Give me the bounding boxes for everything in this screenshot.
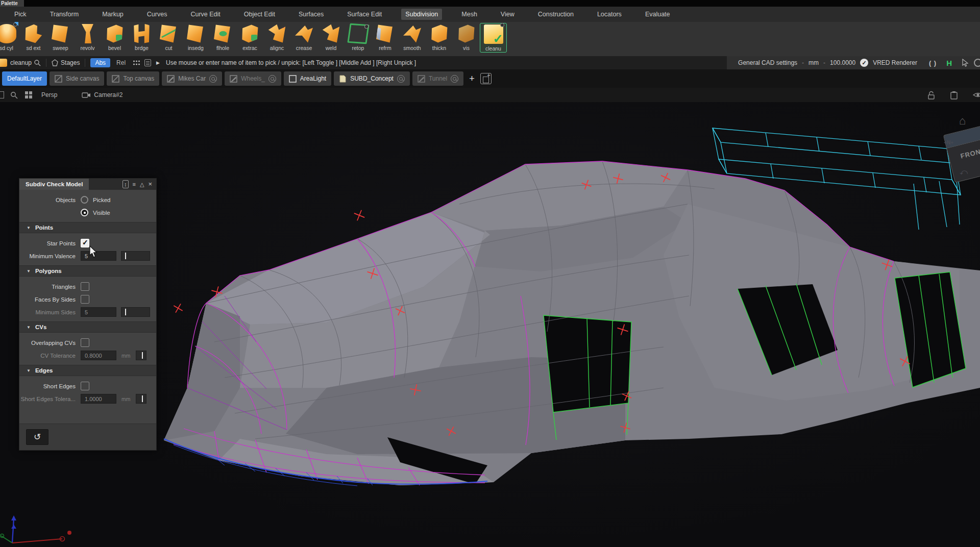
tool-bevel[interactable]: bevel (101, 24, 128, 51)
menu-surfaces[interactable]: Surfaces (295, 9, 328, 20)
short-edges-tolerance-slider[interactable] (136, 394, 146, 404)
tool-refrm[interactable]: refrm (372, 24, 399, 51)
pin-icon[interactable]: ↕ (122, 180, 129, 188)
compass-north-marker[interactable]: +N+ (944, 140, 953, 145)
tool-smooth[interactable]: smooth (399, 24, 426, 51)
visible-label[interactable]: Visible (93, 210, 110, 216)
tab-zoom-icon[interactable] (268, 75, 276, 83)
tab-zoom-icon[interactable] (209, 75, 217, 83)
sync-icon[interactable]: ( ) (929, 59, 937, 67)
tab-defaultlayer[interactable]: DefaultLayer (2, 71, 47, 86)
tab-side-canvas[interactable]: Side canvas (50, 71, 104, 86)
viewport-search-icon[interactable] (10, 91, 18, 99)
edges-section-header[interactable]: ▼ Edges (19, 365, 156, 376)
cursor-mode-icon[interactable] (962, 59, 969, 67)
perspective-label[interactable]: Persp (41, 91, 57, 98)
tool-vis[interactable]: vis (453, 24, 480, 51)
prompt-expand-icon[interactable]: ▶ (156, 60, 160, 65)
reset-button[interactable]: ↺ (26, 429, 48, 445)
picked-radio[interactable] (81, 196, 88, 204)
tab-zoom-icon[interactable] (451, 75, 458, 83)
visible-radio[interactable] (81, 209, 88, 216)
cv-tolerance-slider[interactable] (136, 351, 146, 360)
palette-tab[interactable]: Palette (0, 0, 24, 7)
grid-snap-icon[interactable] (133, 60, 140, 66)
menu-surface-edit[interactable]: Surface Edit (343, 9, 386, 20)
tool-cleanu[interactable]: cleanu (480, 23, 507, 53)
short-edges-tolerance-input[interactable] (81, 394, 116, 404)
menu-markup[interactable]: Markup (98, 9, 128, 20)
eye-icon[interactable] (973, 91, 980, 98)
tab-subd-concept[interactable]: SUBD_Concept (334, 71, 410, 86)
menu-locators[interactable]: Locators (593, 9, 626, 20)
cvs-section-header[interactable]: ▼ CVs (19, 321, 156, 333)
tool-sd-cyl[interactable]: sd cyl (0, 24, 20, 51)
menu-view[interactable]: View (497, 9, 519, 20)
cv-tolerance-input[interactable] (81, 351, 116, 360)
polygons-section-header[interactable]: ▼ Polygons (19, 265, 156, 277)
menu-transform[interactable]: Transform (46, 9, 83, 20)
tool-revolv[interactable]: revolv (74, 24, 101, 51)
tab-zoom-icon[interactable] (397, 75, 405, 83)
add-tab-button[interactable]: + (466, 73, 478, 84)
search-icon[interactable] (34, 59, 41, 66)
rel-toggle[interactable]: Rel (113, 58, 129, 67)
menu-curve-edit[interactable]: Curve Edit (186, 9, 224, 20)
points-section-header[interactable]: ▼ Points (19, 222, 156, 233)
menu-subdivision[interactable]: Subdivision (401, 9, 442, 20)
tab-tunnel[interactable]: Tunnel (412, 71, 463, 86)
tool-retop[interactable]: retop (345, 24, 372, 51)
tool-extrac[interactable]: extrac (236, 24, 263, 51)
triangles-checkbox[interactable] (81, 282, 89, 291)
tool-sweep[interactable]: sweep (47, 24, 74, 51)
clipboard-icon[interactable] (950, 91, 958, 100)
tool-alignc[interactable]: alignc (263, 24, 290, 51)
tool-insedg[interactable]: insedg (182, 24, 209, 51)
minimum-sides-input[interactable] (81, 307, 116, 317)
tool-cut[interactable]: cut (155, 24, 182, 51)
menu-mesh[interactable]: Mesh (457, 9, 481, 20)
close-icon[interactable]: × (148, 181, 152, 188)
pan-partial-icon[interactable] (0, 91, 4, 98)
menu-icon[interactable]: ≡ (133, 181, 136, 188)
tab-top-canvas[interactable]: Top canvas (107, 71, 159, 86)
tool-crease[interactable]: crease (290, 24, 317, 51)
tool-brdge[interactable]: brdge (128, 24, 155, 51)
picked-label[interactable]: Picked (93, 197, 111, 203)
menu-object-edit[interactable]: Object Edit (240, 9, 279, 20)
stages-label[interactable]: Stages (61, 59, 80, 66)
renderer-label[interactable]: VRED Renderer (873, 59, 917, 66)
unlock-icon[interactable] (927, 91, 935, 100)
overlapping-cvs-checkbox[interactable] (81, 338, 89, 347)
tab-arealight[interactable]: AreaLight (284, 71, 331, 86)
cad-settings-label[interactable]: General CAD settings (738, 59, 797, 66)
tab-mikes-car[interactable]: Mikes Car (162, 71, 222, 86)
minimum-sides-slider[interactable] (121, 307, 150, 317)
stages-icon (52, 59, 58, 66)
home-view-icon[interactable]: ⌂ (959, 114, 966, 128)
minimum-valence-input[interactable] (81, 251, 116, 261)
menu-construction[interactable]: Construction (534, 9, 578, 20)
layout-grid-icon[interactable] (25, 91, 32, 98)
menu-evaluate[interactable]: Evaluate (641, 9, 674, 20)
menu-curves[interactable]: Curves (143, 9, 172, 20)
new-layer-button[interactable] (480, 73, 492, 84)
collapse-icon[interactable]: △ (140, 181, 144, 188)
minimum-valence-slider[interactable] (121, 251, 150, 261)
orbit-arrow-icon[interactable]: ⤺ (960, 167, 968, 177)
units-label[interactable]: mm (808, 59, 819, 66)
history-badge[interactable]: H (946, 59, 952, 67)
tool-sd-ext[interactable]: sd ext (20, 24, 47, 51)
menu-pick[interactable]: Pick (10, 9, 31, 20)
tool-weld[interactable]: weld (317, 24, 345, 51)
list-icon[interactable] (144, 59, 151, 66)
tab-wheels[interactable]: Wheels_ (225, 71, 281, 86)
faces-by-sides-checkbox[interactable] (81, 295, 89, 304)
camera-label[interactable]: Camera#2 (94, 91, 122, 98)
scale-value[interactable]: 100.0000 (830, 59, 855, 66)
dialog-header[interactable]: Subdiv Check Model ↕ ≡ △ × (19, 179, 156, 190)
short-edges-checkbox[interactable] (81, 382, 89, 390)
tool-flhole[interactable]: flhole (209, 24, 236, 51)
tool-thickn[interactable]: thickn (426, 24, 453, 51)
abs-toggle[interactable]: Abs (90, 58, 110, 67)
